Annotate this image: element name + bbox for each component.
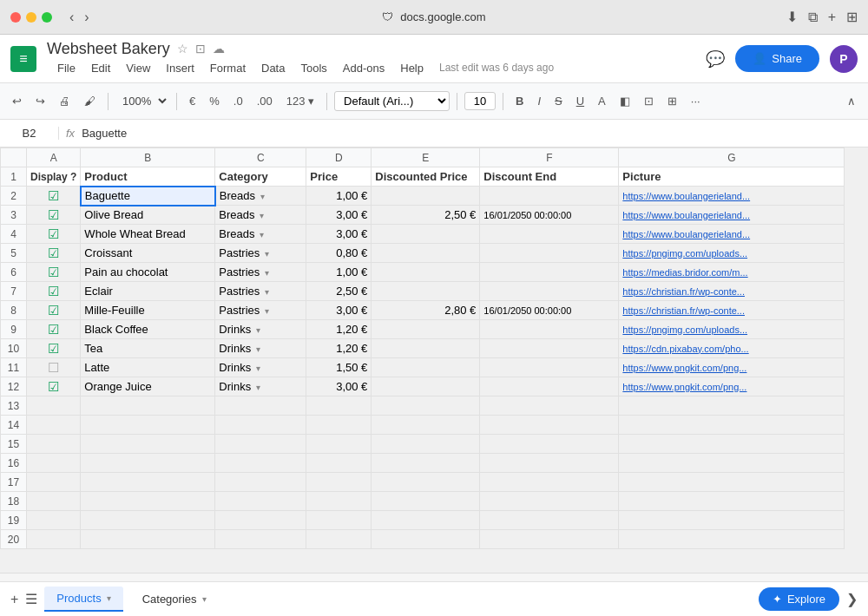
- collapse-toolbar-button[interactable]: ∧: [842, 91, 861, 111]
- menu-help[interactable]: Help: [393, 58, 431, 78]
- currency-button[interactable]: €: [184, 91, 201, 111]
- product-cell[interactable]: Latte: [81, 358, 215, 377]
- picture-cell[interactable]: https://medias.bridor.com/m...: [619, 263, 845, 282]
- category-cell[interactable]: Breads ▾: [215, 206, 306, 225]
- category-cell[interactable]: Pastries ▾: [215, 282, 306, 301]
- picture-cell[interactable]: [619, 492, 845, 511]
- row-num-9[interactable]: 9: [1, 320, 27, 339]
- tab-categories[interactable]: Categories ▾: [130, 587, 219, 611]
- collapse-sidebar-button[interactable]: ❯: [846, 591, 858, 607]
- borders-button[interactable]: ⊡: [639, 91, 659, 111]
- category-cell[interactable]: Drinks ▾: [215, 377, 306, 396]
- checkbox-cell[interactable]: ☑: [27, 282, 81, 301]
- discount-end-cell[interactable]: [480, 339, 619, 358]
- menu-data[interactable]: Data: [254, 58, 292, 78]
- picture-cell[interactable]: https://pngimg.com/uploads...: [619, 320, 845, 339]
- picture-cell[interactable]: https://christian.fr/wp-conte...: [619, 301, 845, 320]
- back-button[interactable]: ‹: [66, 10, 77, 25]
- discount-end-cell[interactable]: [480, 377, 619, 396]
- menu-tools[interactable]: Tools: [293, 58, 333, 78]
- discounted-price-cell[interactable]: [372, 473, 480, 492]
- row-num-16[interactable]: 16: [1, 454, 27, 473]
- picture-cell[interactable]: [619, 473, 845, 492]
- discounted-price-cell[interactable]: [372, 244, 480, 263]
- price-cell[interactable]: 3,00 €: [306, 301, 372, 320]
- row-num-2[interactable]: 2: [1, 187, 27, 206]
- price-cell[interactable]: 1,00 €: [306, 263, 372, 282]
- discounted-price-cell[interactable]: [372, 358, 480, 377]
- col-header-d[interactable]: D: [306, 148, 372, 167]
- bold-button[interactable]: B: [510, 91, 529, 111]
- picture-cell[interactable]: https://www.pngkit.com/png...: [619, 358, 845, 377]
- checkbox-cell[interactable]: ☑: [27, 301, 81, 320]
- category-cell[interactable]: [215, 416, 306, 435]
- row-num-11[interactable]: 11: [1, 358, 27, 377]
- product-cell[interactable]: Mille-Feuille: [81, 301, 215, 320]
- price-cell[interactable]: [306, 435, 372, 454]
- discounted-price-cell[interactable]: [372, 282, 480, 301]
- discounted-price-cell[interactable]: [372, 530, 480, 549]
- underline-button[interactable]: U: [571, 91, 589, 111]
- price-cell[interactable]: 1,20 €: [306, 339, 372, 358]
- forward-button[interactable]: ›: [81, 10, 92, 25]
- discounted-price-cell[interactable]: [372, 225, 480, 244]
- category-cell[interactable]: Drinks ▾: [215, 320, 306, 339]
- discount-end-cell[interactable]: 16/01/2050 00:00:00: [480, 301, 619, 320]
- product-cell[interactable]: Croissant: [81, 244, 215, 263]
- sheet-area[interactable]: A B C D E F G 1 Display ? Product Catego…: [0, 147, 868, 573]
- product-cell[interactable]: [81, 511, 215, 530]
- header-discount-end[interactable]: Discount End: [480, 167, 619, 187]
- plus-icon[interactable]: +: [828, 10, 836, 25]
- product-cell[interactable]: [81, 396, 215, 416]
- comment-button[interactable]: 💬: [706, 49, 725, 69]
- discounted-price-cell[interactable]: [372, 511, 480, 530]
- text-color-button[interactable]: A: [593, 91, 611, 111]
- category-cell[interactable]: [215, 454, 306, 473]
- checkbox-cell[interactable]: [27, 511, 81, 530]
- menu-file[interactable]: File: [50, 58, 82, 78]
- col-header-b[interactable]: B: [81, 148, 215, 167]
- picture-cell[interactable]: https://www.boulangerieland...: [619, 225, 845, 244]
- checkbox-cell[interactable]: ☑: [27, 244, 81, 263]
- more-formats-button[interactable]: 123 ▾: [281, 91, 319, 111]
- row-num-14[interactable]: 14: [1, 416, 27, 435]
- star-icon[interactable]: ☆: [177, 42, 188, 56]
- header-discounted[interactable]: Discounted Price: [372, 167, 480, 187]
- discounted-price-cell[interactable]: [372, 435, 480, 454]
- category-cell[interactable]: [215, 530, 306, 549]
- discount-end-cell[interactable]: [480, 454, 619, 473]
- folder-icon[interactable]: ⊡: [195, 42, 206, 56]
- discount-end-cell[interactable]: [480, 187, 619, 206]
- discount-end-cell[interactable]: [480, 511, 619, 530]
- header-picture[interactable]: Picture: [619, 167, 845, 187]
- price-cell[interactable]: 2,50 €: [306, 282, 372, 301]
- zoom-select[interactable]: 100%: [115, 92, 169, 110]
- category-cell[interactable]: [215, 396, 306, 416]
- picture-cell[interactable]: https://www.boulangerieland...: [619, 206, 845, 225]
- address-bar[interactable]: 🛡 docs.google.com: [382, 10, 485, 23]
- discounted-price-cell[interactable]: [372, 187, 480, 206]
- checkbox-cell[interactable]: [27, 473, 81, 492]
- discounted-price-cell[interactable]: [372, 454, 480, 473]
- category-cell[interactable]: [215, 492, 306, 511]
- menu-add-ons[interactable]: Add-ons: [336, 58, 391, 78]
- product-cell[interactable]: Baguette: [81, 187, 215, 206]
- product-cell[interactable]: [81, 435, 215, 454]
- product-cell[interactable]: [81, 416, 215, 435]
- row-num-6[interactable]: 6: [1, 263, 27, 282]
- product-cell[interactable]: Eclair: [81, 282, 215, 301]
- price-cell[interactable]: [306, 396, 372, 416]
- share-icon[interactable]: ⬇: [786, 9, 798, 25]
- price-cell[interactable]: [306, 530, 372, 549]
- discount-end-cell[interactable]: [480, 396, 619, 416]
- decimal-dec-button[interactable]: .0: [228, 91, 248, 111]
- category-cell[interactable]: Drinks ▾: [215, 358, 306, 377]
- discount-end-cell[interactable]: [480, 263, 619, 282]
- strikethrough-button[interactable]: S: [549, 91, 568, 111]
- picture-cell[interactable]: [619, 511, 845, 530]
- undo-button[interactable]: ↩: [7, 91, 27, 111]
- col-header-c[interactable]: C: [215, 148, 306, 167]
- menu-view[interactable]: View: [119, 58, 157, 78]
- discounted-price-cell[interactable]: [372, 377, 480, 396]
- percent-button[interactable]: %: [204, 91, 225, 111]
